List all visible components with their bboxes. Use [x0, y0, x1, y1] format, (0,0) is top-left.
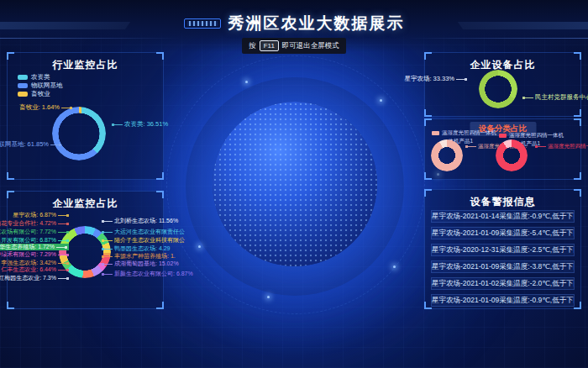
legend-swatch [499, 134, 507, 138]
alarm-row: 星宇农场-2020-12-31采集温度:-2.5℃,低于下限:0℃ [431, 244, 575, 256]
hint-prefix: 按 [249, 41, 256, 51]
glow-dot [380, 99, 382, 102]
chart-label: 星宇农场: 6.87% [13, 212, 69, 218]
legend-item: 温湿度光照四情一体机 [432, 129, 496, 137]
device-class-donut-left [431, 139, 463, 171]
legend-label: 温湿度光照四情一体机 [442, 129, 496, 137]
header-right-decor [458, 22, 588, 29]
corner-accent [156, 172, 164, 180]
panel-title: 企业监控占比 [8, 197, 163, 211]
panel-enterprise-ratio: 企业监控占比 星宇农场: 6.87% 秀洲菊花专业合作社: 4.72% 家庭农场… [7, 191, 164, 309]
chart-label: 温湿度光照四情一… [535, 143, 588, 150]
legend-label: 农资类 [31, 73, 50, 81]
legend-swatch [18, 75, 28, 80]
chart-label: 李强生态农场: 3.42% [1, 260, 69, 266]
chart-label: 仁丰生态农业: 6.44% [1, 266, 69, 273]
corner-accent [424, 172, 432, 180]
corner-accent [156, 302, 164, 309]
chart-label: 陆介子生态农业科技有限公 [102, 237, 185, 244]
page-title: 秀洲区农业大数据展示 [228, 13, 405, 34]
legend-item: 畜牧业 [18, 90, 50, 98]
glow-dot [393, 265, 396, 268]
chart-label: 畜牧业: 1.64% [19, 103, 72, 111]
chart-label: 中绿禾有限公司: 7.29% [0, 251, 69, 258]
corner-accent [574, 302, 581, 309]
industry-donut-chart [52, 107, 106, 160]
alarm-row: 星宇农场-2021-01-02采集温度:-2.0℃,低于下限:0℃ [431, 277, 575, 290]
legend-label: 温湿度光照四情一体机 [509, 132, 564, 139]
legend-item: 物联网基地 [18, 81, 63, 90]
header-left-line [0, 38, 181, 39]
legend-item: 农资类 [18, 73, 50, 81]
legend-swatch [18, 92, 28, 97]
panel-industry-ratio: 行业监控占比 农资类 物联网基地 畜牧业 畜牧业: 1.64% 农资类: 36.… [7, 52, 164, 180]
alarm-row: 星宇农场-2021-01-09采集温度:-0.9℃,低于下限:0℃ [431, 294, 575, 307]
device-class-donut-right [496, 139, 528, 171]
corner-accent [574, 118, 581, 126]
glow-dot [267, 296, 270, 298]
legend-swatch [18, 83, 28, 88]
f11-keycap: F11 [260, 40, 279, 51]
header: 秀洲区农业大数据展示 按 F11 即可退出全屏模式 [0, 0, 588, 52]
alarm-row: 星宇农场-2021-01-14采集温度:-0.9℃,低于下限:0℃ [431, 210, 575, 223]
corner-accent [424, 118, 432, 126]
panel-device-class-ratio: 设备分类占比 温湿度光照四情一体机 一体机产品1 温湿度光照四情一… 温湿度光照… [424, 118, 581, 180]
header-right-line [407, 38, 588, 39]
chart-label: 红梅园生态农业: 7.3% [0, 275, 69, 281]
chart-label: 星宇农场: 33.33% [404, 75, 467, 82]
fullscreen-hint: 按 F11 即可退出全屏模式 [242, 38, 346, 54]
legend-label: 物联网基地 [31, 81, 63, 90]
equipment-donut-chart [479, 70, 517, 108]
panel-title: 行业监控占比 [8, 58, 163, 72]
logo-badge [184, 18, 221, 29]
panel-device-alarms: 设备警报信息 星宇农场-2021-01-14采集温度:-0.9℃,低于下限:0℃… [424, 189, 581, 309]
chart-label: 物联网基地: 61.85% [0, 140, 61, 148]
alarm-row: 星宇农场-2021-01-09采集温度:-3.8℃,低于下限:0℃ [431, 260, 575, 273]
alarm-row: 星宇农场-2021-01-09采集温度:-5.4℃,低于下限:0℃ [431, 227, 575, 239]
chart-label: 成湖葡萄园基地: 15.02% [102, 260, 179, 267]
corner-accent [7, 172, 14, 180]
chart-label: 围垦开发有限公司: 6.87% [0, 237, 69, 244]
glow-dot [198, 245, 201, 248]
title-row: 秀洲区农业大数据展示 [184, 13, 405, 34]
chart-label: 北刘桥生态农场: 11.56% [102, 218, 178, 224]
legend-swatch [432, 131, 439, 135]
chart-label: 新颜生态农业有限公司: 6.87% [102, 271, 193, 277]
chart-label: 家庭农场有限公司: 7.72% [0, 229, 69, 235]
chart-label: 秀洲菊花专业合作社: 4.72% [0, 220, 69, 227]
chart-label: 农资类: 36.51% [112, 120, 168, 128]
corner-accent [424, 109, 432, 117]
dashboard: { "header": { "title": "秀洲区农业大数据展示", "hi… [0, 0, 588, 368]
chart-label: 民主村党群服务中心 [522, 93, 588, 101]
legend-label: 畜牧业 [31, 90, 50, 98]
panel-title: 设备警报信息 [425, 195, 580, 209]
chart-label: 大运河生态农业有限责任公 [102, 229, 185, 235]
glow-dot [245, 81, 248, 83]
chart-label: 丰源水产种苗养殖场: 1. [102, 253, 176, 260]
globe [213, 102, 377, 266]
corner-accent [574, 109, 581, 117]
corner-accent [574, 172, 581, 180]
legend-item: 温湿度光照四情一体机 [499, 132, 564, 139]
corner-accent [7, 302, 14, 309]
globe-dot-texture [213, 102, 377, 266]
hint-suffix: 即可退出全屏模式 [282, 41, 339, 51]
chart-label: 上华生态养殖场: 1.72% [0, 244, 69, 250]
header-left-decor [0, 22, 130, 29]
panel-equipment-ratio: 企业设备占比 星宇农场: 33.33% 民主村党群服务中心 [424, 52, 581, 117]
chart-label: 鸭墨园生态农场: 4.29 [102, 245, 171, 252]
alarm-list: 星宇农场-2021-01-14采集温度:-0.9℃,低于下限:0℃ 星宇农场-2… [431, 210, 575, 311]
